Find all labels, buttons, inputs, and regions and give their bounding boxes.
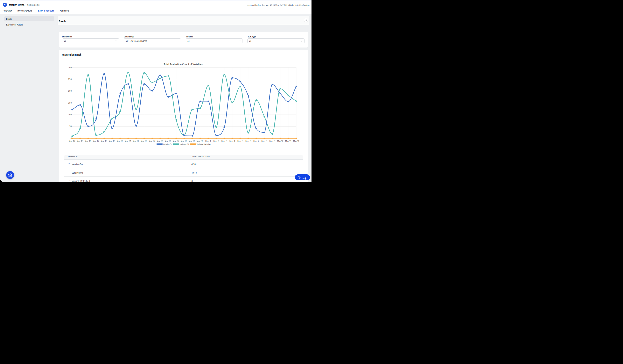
svg-text:Apr 22: Apr 22 [133, 140, 139, 142]
svg-text:May 10: May 10 [277, 140, 283, 142]
svg-text:Apr 25: Apr 25 [157, 140, 163, 142]
svg-text:May 5: May 5 [237, 140, 243, 142]
svg-text:Apr 17: Apr 17 [93, 140, 99, 142]
svg-text:50: 50 [69, 125, 72, 127]
svg-text:250: 250 [68, 78, 72, 81]
svg-text:May 4: May 4 [229, 140, 235, 142]
svg-text:Variable Defaulted: Variable Defaulted [197, 143, 211, 146]
svg-text:May 9: May 9 [269, 140, 275, 142]
svg-text:May 7: May 7 [253, 140, 259, 142]
svg-text:Apr 19: Apr 19 [109, 140, 115, 142]
svg-text:Total Evaluation Count of Vari: Total Evaluation Count of Variables [164, 62, 203, 66]
svg-text:May 6: May 6 [245, 140, 251, 142]
svg-text:Apr 18: Apr 18 [101, 140, 107, 142]
svg-text:May 12: May 12 [293, 140, 299, 142]
svg-text:Apr 21: Apr 21 [125, 140, 131, 142]
svg-text:Apr 24: Apr 24 [149, 140, 155, 142]
svg-text:May 11: May 11 [285, 140, 291, 142]
svg-text:May 3: May 3 [221, 140, 227, 142]
svg-text:Apr 15: Apr 15 [77, 140, 83, 142]
svg-text:Apr 29: Apr 29 [189, 140, 195, 142]
svg-text:Apr 16: Apr 16 [85, 140, 91, 142]
svg-text:100: 100 [68, 114, 72, 116]
svg-text:Apr 28: Apr 28 [181, 140, 187, 142]
svg-text:200: 200 [68, 90, 72, 92]
svg-text:May 2: May 2 [213, 140, 219, 142]
svg-text:Apr 20: Apr 20 [117, 140, 123, 142]
svg-text:Apr 30: Apr 30 [197, 140, 203, 142]
svg-text:Apr 14: Apr 14 [69, 140, 75, 142]
svg-text:Apr 26: Apr 26 [165, 140, 171, 142]
svg-text:May 8: May 8 [262, 140, 267, 142]
svg-text:Apr 27: Apr 27 [173, 140, 179, 142]
svg-text:May 1: May 1 [205, 140, 211, 142]
svg-text:300: 300 [68, 66, 72, 69]
svg-text:150: 150 [68, 102, 72, 104]
svg-text:Variation On: Variation On [163, 143, 172, 146]
svg-text:Apr 23: Apr 23 [141, 140, 147, 142]
svg-text:Variation Off: Variation Off [180, 143, 189, 146]
